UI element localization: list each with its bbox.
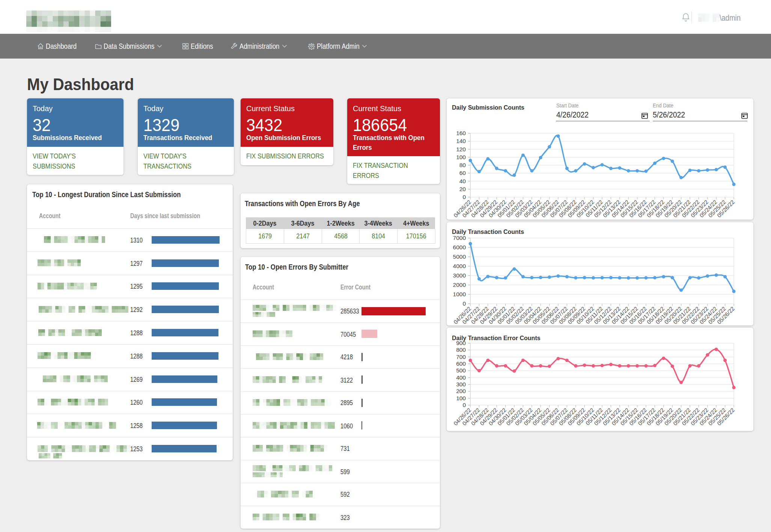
svg-text:900: 900 (456, 340, 466, 346)
svg-text:0: 0 (462, 300, 466, 307)
svg-text:400: 400 (456, 374, 466, 381)
svg-text:2000: 2000 (453, 282, 466, 288)
svg-text:500: 500 (456, 367, 466, 374)
svg-text:300: 300 (456, 381, 466, 387)
svg-text:1000: 1000 (453, 291, 466, 297)
svg-text:60: 60 (459, 170, 466, 176)
svg-text:20: 20 (459, 186, 466, 192)
svg-text:7000: 7000 (453, 235, 466, 241)
svg-text:160: 160 (456, 130, 466, 136)
svg-text:0: 0 (462, 194, 466, 200)
svg-text:600: 600 (456, 360, 466, 367)
svg-text:0: 0 (462, 402, 466, 408)
svg-text:6000: 6000 (453, 244, 466, 250)
svg-text:140: 140 (456, 138, 466, 144)
svg-text:4000: 4000 (453, 263, 466, 269)
svg-text:200: 200 (456, 388, 466, 394)
svg-text:40: 40 (459, 178, 466, 184)
svg-text:700: 700 (456, 354, 466, 360)
svg-text:80: 80 (459, 162, 466, 168)
svg-text:800: 800 (456, 347, 466, 353)
svg-text:5000: 5000 (453, 253, 466, 260)
svg-text:120: 120 (456, 146, 466, 152)
svg-text:100: 100 (456, 395, 466, 401)
svg-text:3000: 3000 (453, 272, 466, 279)
svg-text:100: 100 (456, 154, 466, 160)
